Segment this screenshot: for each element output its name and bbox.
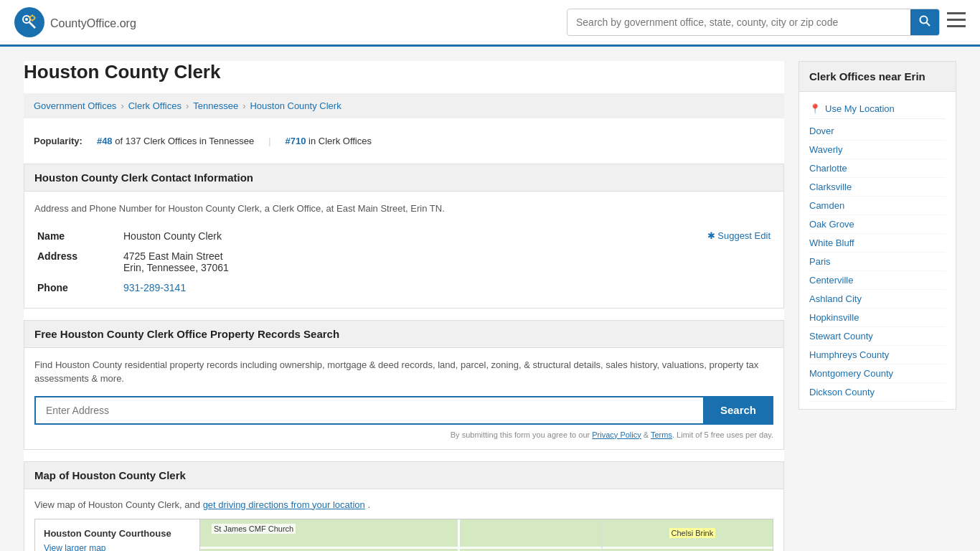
map-label-church: St James CMF Church — [212, 524, 296, 534]
property-desc: Find Houston County residential property… — [34, 358, 773, 386]
sidebar-link-dickson-county[interactable]: Dickson County — [809, 383, 946, 402]
privacy-policy-link[interactable]: Privacy Policy — [592, 430, 641, 439]
property-section-header: Free Houston County Clerk Office Propert… — [24, 321, 783, 348]
form-note: By submitting this form you agree to our… — [34, 430, 773, 439]
sidebar-link-ashland-city[interactable]: Ashland City — [809, 290, 946, 309]
map-background: St James CMF Church E Market St Hunt St … — [200, 519, 773, 552]
use-my-location-link[interactable]: Use My Location — [825, 103, 895, 114]
address-search-row: Search — [34, 396, 773, 425]
page-title: Houston County Clerk — [24, 61, 784, 83]
directions-link[interactable]: get driving directions from your locatio… — [203, 499, 365, 510]
sidebar: Clerk Offices near Erin 📍 Use My Locatio… — [798, 61, 956, 551]
contact-table: Name Houston County Clerk ✱ Suggest Edit… — [34, 226, 773, 298]
name-label: Name — [34, 226, 121, 246]
sidebar-link-waverly[interactable]: Waverly — [809, 141, 946, 159]
map-road-vertical-1 — [458, 519, 460, 552]
sidebar-link-charlotte[interactable]: Charlotte — [809, 159, 946, 178]
rank2: #710 in Clerk Offices — [286, 136, 372, 146]
suggest-edit-button[interactable]: ✱ Suggest Edit — [707, 230, 771, 241]
main-search-input[interactable] — [567, 11, 910, 34]
address-input[interactable] — [34, 396, 703, 425]
main-search-bar — [567, 9, 940, 36]
map-section-body: View map of Houston County Clerk, and ge… — [24, 489, 783, 552]
sidebar-link-white-bluff[interactable]: White Bluff — [809, 234, 946, 253]
property-section-body: Find Houston County residential property… — [24, 348, 783, 449]
sidebar-link-dover[interactable]: Dover — [809, 122, 946, 141]
sidebar-link-paris[interactable]: Paris — [809, 253, 946, 271]
sidebar-link-camden[interactable]: Camden — [809, 197, 946, 215]
contact-desc: Address and Phone Number for Houston Cou… — [34, 202, 773, 216]
breadcrumb-current[interactable]: Houston County Clerk — [250, 100, 341, 111]
sidebar-box: Clerk Offices near Erin 📍 Use My Locatio… — [798, 61, 956, 410]
svg-point-9 — [920, 17, 928, 24]
sidebar-title: Clerk Offices near Erin — [799, 62, 956, 92]
svg-rect-12 — [947, 19, 966, 21]
breadcrumb-government-offices[interactable]: Government Offices — [34, 100, 116, 111]
sidebar-link-clarksville[interactable]: Clarksville — [809, 178, 946, 197]
contact-section: Houston County Clerk Contact Information… — [24, 164, 784, 309]
breadcrumb-tennessee[interactable]: Tennessee — [193, 100, 238, 111]
popularity-bar: Popularity: #48 of 137 Clerk Offices in … — [24, 128, 784, 154]
contact-address-row: Address 4725 East Main Street Erin, Tenn… — [34, 246, 773, 278]
logo-icon — [14, 7, 44, 37]
svg-line-10 — [927, 23, 930, 27]
phone-label: Phone — [34, 278, 121, 298]
map-section: Map of Houston County Clerk View map of … — [24, 461, 784, 552]
address-label: Address — [34, 246, 121, 278]
svg-point-2 — [25, 18, 28, 21]
map-desc: View map of Houston County Clerk, and ge… — [34, 499, 773, 510]
sidebar-link-hopkinsville[interactable]: Hopkinsville — [809, 309, 946, 327]
map-road-horizontal-1 — [200, 547, 773, 549]
map-info-panel: Houston County Courthouse View larger ma… — [35, 519, 200, 552]
map-place-name: Houston County Courthouse — [44, 528, 191, 539]
map-label-chelsi: Chelsi Brink — [669, 528, 716, 538]
contact-section-header: Houston County Clerk Contact Information — [24, 164, 783, 192]
contact-section-body: Address and Phone Number for Houston Cou… — [24, 192, 783, 308]
property-search-button[interactable]: Search — [703, 396, 773, 425]
rank1: #48 of 137 Clerk Offices in Tennessee — [97, 136, 254, 146]
contact-phone-row: Phone 931-289-3141 — [34, 278, 773, 298]
phone-value: 931-289-3141 — [121, 278, 773, 298]
popularity-label: Popularity: — [34, 136, 83, 146]
main-search-button[interactable] — [910, 9, 939, 35]
map-visual: St James CMF Church E Market St Hunt St … — [200, 519, 773, 552]
sidebar-link-stewart-county[interactable]: Stewart County — [809, 327, 946, 346]
terms-link[interactable]: Terms — [651, 430, 672, 439]
header-right — [567, 9, 966, 36]
sidebar-link-montgomery-county[interactable]: Montgomery County — [809, 364, 946, 383]
main-container: Houston County Clerk Government Offices … — [9, 47, 971, 551]
address-value: 4725 East Main Street Erin, Tennessee, 3… — [121, 246, 773, 278]
map-container: Houston County Courthouse View larger ma… — [34, 519, 773, 552]
sidebar-link-oak-grove[interactable]: Oak Grove — [809, 215, 946, 234]
map-road-vertical-2 — [601, 519, 603, 552]
breadcrumb: Government Offices › Clerk Offices › Ten… — [24, 93, 784, 118]
logo-area: CountyOffice.org — [14, 7, 136, 37]
breadcrumb-clerk-offices[interactable]: Clerk Offices — [128, 100, 182, 111]
sidebar-body: 📍 Use My Location Dover Waverly Charlott… — [799, 92, 956, 409]
contact-name-row: Name Houston County Clerk ✱ Suggest Edit — [34, 226, 773, 246]
view-larger-map-link[interactable]: View larger map — [44, 543, 105, 552]
logo-text: CountyOffice.org — [50, 14, 136, 31]
sidebar-link-centerville[interactable]: Centerville — [809, 271, 946, 290]
name-value: Houston County Clerk ✱ Suggest Edit — [121, 226, 773, 246]
svg-rect-11 — [947, 12, 966, 14]
property-section: Free Houston County Clerk Office Propert… — [24, 320, 784, 450]
location-pin-icon: 📍 — [809, 103, 821, 114]
map-section-header: Map of Houston County Clerk — [24, 462, 783, 489]
hamburger-menu[interactable] — [947, 12, 966, 32]
sidebar-link-humphreys-county[interactable]: Humphreys County — [809, 346, 946, 364]
svg-rect-13 — [947, 25, 966, 27]
main-content: Houston County Clerk Government Offices … — [24, 61, 784, 551]
header: CountyOffice.org — [0, 0, 980, 47]
phone-link[interactable]: 931-289-3141 — [123, 282, 186, 293]
use-my-location-row: 📍 Use My Location — [809, 99, 946, 119]
